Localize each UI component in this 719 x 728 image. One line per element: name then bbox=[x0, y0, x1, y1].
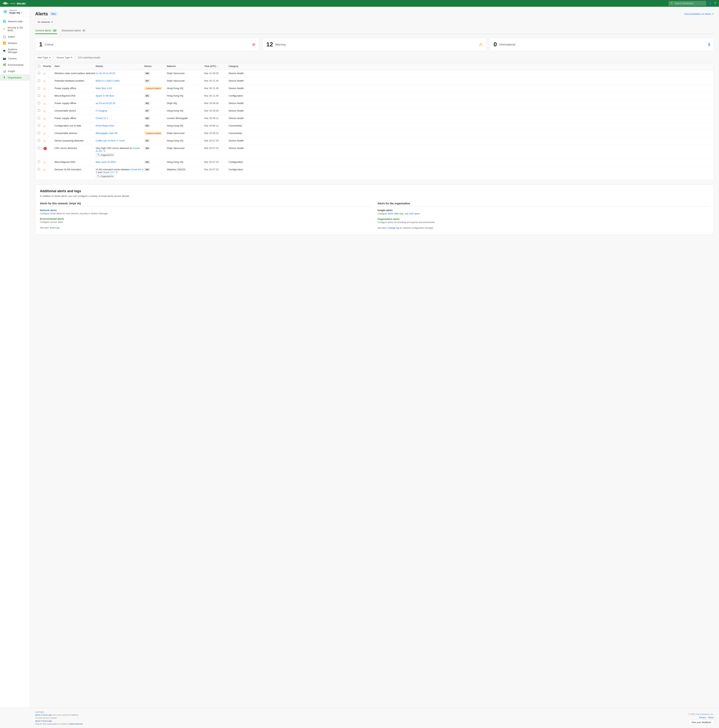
time-col: Mar 29 07:33 bbox=[204, 139, 228, 142]
sidebar-item-switch[interactable]: 📋 Switch bbox=[0, 34, 30, 40]
tab-current-alerts[interactable]: Current alerts 13 bbox=[35, 28, 57, 34]
row-checkbox[interactable] bbox=[38, 168, 40, 170]
details-link[interactable]: IT imaging bbox=[96, 109, 107, 112]
time-header[interactable]: Time (UTC) ↓ bbox=[204, 65, 228, 68]
row-checkbox[interactable] bbox=[38, 147, 40, 149]
terms-link[interactable]: Terms bbox=[708, 716, 714, 719]
alert-col: Misconfigured DNS bbox=[55, 161, 96, 164]
details-link-2[interactable]: Closet 117 / 8 bbox=[103, 171, 117, 174]
row-checkbox[interactable] bbox=[38, 87, 40, 89]
warning-priority-icon: ⚠ bbox=[43, 132, 46, 135]
details-col: BISH-4-1-SW1-CAMS bbox=[96, 80, 144, 82]
table-row: ⚠ Unreachable device IT imaging MT Hong … bbox=[35, 107, 714, 115]
suggested-fix-button[interactable]: 🔧 Suggested fix bbox=[96, 153, 115, 157]
details-link[interactable]: Point Reyes floor bbox=[96, 124, 114, 127]
sidebar-item-security-sd-wan[interactable]: 🛡 Security & SD-WAN bbox=[0, 24, 30, 34]
priority-col: ⚠ bbox=[43, 80, 55, 83]
row-checkbox[interactable] bbox=[38, 109, 40, 112]
warning-priority-icon: ⚠ bbox=[43, 161, 46, 164]
privacy-link[interactable]: Privacy bbox=[699, 716, 706, 719]
event-log-link[interactable]: Event log bbox=[50, 226, 59, 229]
row-checkbox[interactable] bbox=[38, 80, 40, 82]
filters-row: Alert Type ▾ Device Type ▾ 123 matching … bbox=[35, 55, 714, 60]
device-badge: MS bbox=[144, 168, 150, 171]
chevron-down-icon: ▾ bbox=[52, 21, 53, 23]
last-login-info: Last login bbox=[35, 711, 83, 713]
device-col: MS bbox=[144, 117, 167, 120]
row-checkbox[interactable] bbox=[38, 139, 40, 142]
new-badge: New bbox=[50, 12, 57, 15]
details-link[interactable]: 11:3e:23:ss:33:33 bbox=[96, 72, 115, 75]
details-link[interactable]: Coffee bar on floor 4, north bbox=[96, 139, 125, 142]
details-link[interactable]: Main floor 4.03 bbox=[96, 87, 112, 90]
alert-type-filter[interactable]: Alert Type ▾ bbox=[35, 55, 53, 60]
feedback-button[interactable]: Give your feedback bbox=[689, 720, 714, 725]
tab-dismissed-alerts[interactable]: Dismissed alerts 2 bbox=[61, 28, 86, 34]
main-content: Alerts New Documentation on Alerts ↗ All… bbox=[30, 7, 719, 708]
hosted-region-link[interactable]: North America bbox=[70, 723, 83, 725]
org-alerts-link[interactable]: Organization alerts bbox=[377, 218, 400, 220]
priority-col: ⚠ bbox=[43, 117, 55, 120]
category-col: Device Health bbox=[228, 147, 251, 150]
sidebar-item-environmental[interactable]: 🌿 Environmental bbox=[0, 61, 30, 68]
select-all-header bbox=[38, 65, 43, 68]
environmental-alerts-link[interactable]: Environmental alerts bbox=[40, 217, 64, 220]
wan-link[interactable]: WAN bbox=[388, 213, 393, 215]
sidebar-item-insight[interactable]: 📊 Insight bbox=[0, 68, 30, 74]
category-col: Configuration bbox=[228, 94, 251, 97]
main-layout: 🌐 Network Driplr HQ ▾ 🌐 Network-wide 🛡 S… bbox=[0, 7, 719, 708]
webapp-link[interactable]: Web App bbox=[394, 213, 403, 215]
tab-count: 13 bbox=[52, 29, 57, 32]
row-checkbox[interactable] bbox=[38, 117, 40, 119]
sidebar-item-label: Insight bbox=[8, 70, 15, 73]
sidebar-item-organization[interactable]: ⬆ Organization bbox=[0, 74, 30, 81]
session-time[interactable]: about 2 hours ago bbox=[35, 720, 52, 722]
device-col: Catalyst Switch bbox=[144, 132, 167, 135]
sidebar-item-network-wide[interactable]: 🌐 Network-wide bbox=[0, 18, 30, 24]
page-header: Alerts New Documentation on Alerts ↗ bbox=[35, 11, 714, 17]
details-link[interactable]: BISH-4-1-SW1-CAMS bbox=[96, 80, 120, 82]
documentation-link[interactable]: Documentation on Alerts ↗ bbox=[685, 12, 714, 15]
switch-icon: 📋 bbox=[3, 35, 6, 38]
device-badge: MT bbox=[144, 139, 150, 142]
details-link[interactable]: Main area 33-0001 bbox=[96, 161, 116, 164]
row-checkbox-col bbox=[38, 161, 43, 163]
network-selector[interactable]: 🌐 Network Driplr HQ ▾ bbox=[0, 7, 30, 17]
last-login-time[interactable]: about 2 hours ago bbox=[35, 714, 52, 716]
sidebar-item-systems-manager[interactable]: 💻 Systems Manager bbox=[0, 46, 30, 55]
details-col: Main area 33-0001 bbox=[96, 161, 144, 164]
priority-col: ⚠ bbox=[43, 161, 55, 164]
row-checkbox[interactable] bbox=[38, 124, 40, 127]
footer: Last login about 2 hours ago from your c… bbox=[0, 708, 719, 728]
change-log-link[interactable]: Change log bbox=[387, 226, 399, 229]
row-checkbox[interactable] bbox=[38, 94, 40, 97]
voip-link[interactable]: VoIP bbox=[409, 213, 414, 215]
network-dropdown[interactable]: All networks ▾ bbox=[35, 20, 55, 24]
select-all-checkbox[interactable] bbox=[38, 65, 40, 67]
row-checkbox[interactable] bbox=[38, 72, 40, 74]
user-icon[interactable]: 👤 bbox=[708, 2, 712, 5]
search-icon: 🔍 bbox=[671, 2, 673, 5]
details-col: Very high CRC errors detected on Closet … bbox=[96, 147, 144, 157]
network-alerts-link[interactable]: Network alerts bbox=[40, 209, 57, 212]
row-checkbox[interactable] bbox=[38, 161, 40, 163]
row-checkbox-col bbox=[38, 132, 43, 134]
device-type-filter[interactable]: Device Type ▾ bbox=[55, 55, 74, 60]
category-col: Device Health bbox=[228, 117, 251, 119]
details-link[interactable]: as:33:ee:33:33:33 bbox=[96, 102, 115, 105]
table-row: 🔴 CRC errors detected Very high CRC erro… bbox=[35, 145, 714, 159]
search-bar[interactable]: 🔍 Search Dashboard bbox=[668, 1, 706, 6]
device-type-label: Device Type bbox=[57, 56, 70, 59]
sidebar-item-camera[interactable]: 📷 Camera bbox=[0, 55, 30, 61]
row-checkbox[interactable] bbox=[38, 132, 40, 134]
priority-col: ⚠ bbox=[43, 87, 55, 90]
row-checkbox[interactable] bbox=[38, 102, 40, 104]
network-col: Driplr Vancouver bbox=[167, 147, 204, 150]
details-link[interactable]: Bishopgate main AP bbox=[96, 132, 118, 135]
see-also-change-log: See also: Change log for network configu… bbox=[377, 226, 709, 229]
details-link[interactable]: Spare in 5th floor bbox=[96, 94, 114, 97]
sidebar-item-wireless[interactable]: 📶 Wireless bbox=[0, 40, 30, 46]
help-icon[interactable]: ? bbox=[714, 2, 716, 5]
suggested-fix-button[interactable]: 🔧 Suggested fix bbox=[96, 174, 115, 178]
details-link[interactable]: Closet 22.1 bbox=[96, 117, 108, 119]
